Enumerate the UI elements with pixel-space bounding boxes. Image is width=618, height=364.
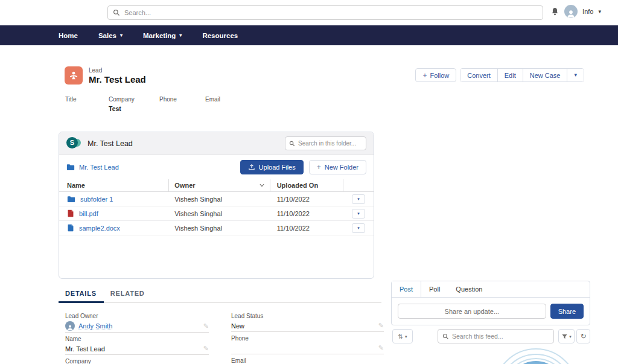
nav-item-sales[interactable]: Sales ▾ (98, 32, 123, 39)
filter-icon (561, 333, 568, 340)
edit-icon[interactable]: ✎ (203, 345, 209, 353)
row-actions-button[interactable]: ▾ (352, 223, 365, 233)
file-link[interactable]: bill.pdf (79, 210, 98, 217)
search-icon (113, 9, 120, 16)
details-tabs: DETAILS RELATED (59, 285, 381, 303)
caret-down-icon: ▾ (357, 197, 360, 202)
folder-icon (66, 164, 75, 171)
edit-icon[interactable]: ✎ (203, 322, 209, 330)
owner-cell: Vishesh Singhal (174, 210, 222, 217)
lead-owner-link[interactable]: Andy Smith (78, 322, 112, 330)
sharepoint-icon: S (66, 136, 81, 151)
upload-files-button[interactable]: Upload Files (240, 160, 304, 174)
chevron-down-icon: ▾ (120, 33, 123, 38)
top-bar: Info ▾ (0, 0, 618, 25)
global-search[interactable] (107, 5, 543, 20)
field-lead-status: Lead Status New ✎ (231, 313, 384, 332)
row-actions-button[interactable]: ▾ (352, 209, 365, 219)
action-button-group: Convert Edit New Case ▾ (460, 68, 584, 82)
feed-sort-button[interactable]: ⇅ ▾ (392, 329, 413, 343)
table-row[interactable]: bill.pdf Vishesh Singhal 11/10/2022 ▾ (59, 206, 374, 221)
file-card-title: Mr. Test Lead (88, 139, 133, 148)
file-browser-card: S Mr. Test Lead Mr. Test Lead (59, 132, 374, 279)
search-icon (289, 141, 295, 147)
tab-related[interactable]: RELATED (104, 285, 152, 302)
caret-down-icon: ▾ (357, 226, 360, 231)
new-case-button[interactable]: New Case (523, 69, 568, 81)
folder-search[interactable] (285, 136, 366, 150)
details-section: DETAILS RELATED Lead Owner Andy Smith ✎ (59, 285, 381, 364)
summary-field-email: Email (205, 96, 220, 112)
more-actions-button[interactable]: ▾ (567, 69, 584, 81)
row-actions-button[interactable]: ▾ (352, 194, 365, 204)
chevron-down-icon: ▾ (179, 33, 182, 38)
uploaded-on-cell: 11/10/2022 (270, 225, 344, 232)
share-button[interactable]: Share (550, 304, 584, 319)
field-email: Email (231, 357, 384, 364)
convert-button[interactable]: Convert (460, 69, 498, 81)
tab-poll[interactable]: Poll (421, 281, 448, 297)
edit-button[interactable]: Edit (498, 69, 523, 81)
feed-search[interactable] (438, 329, 554, 343)
tab-details[interactable]: DETAILS (59, 285, 104, 303)
search-icon (442, 333, 449, 340)
folder-search-input[interactable] (298, 140, 362, 147)
tab-post[interactable]: Post (392, 281, 421, 297)
lead-record-header: Lead Mr. Test Lead (65, 66, 146, 85)
feed-empty-state-illustration (490, 345, 584, 364)
column-header-uploaded-on[interactable]: Uploaded On (270, 179, 344, 191)
person-icon (566, 9, 576, 18)
feed-search-input[interactable] (452, 333, 549, 340)
field-name: Name Mr. Test Lead ✎ (65, 336, 209, 355)
entity-label: Lead (89, 67, 146, 74)
feed-filter-button[interactable]: ▾ (558, 329, 575, 343)
plus-icon: + (422, 71, 427, 80)
field-lead-owner: Lead Owner Andy Smith ✎ (65, 313, 209, 333)
caret-down-icon: ▾ (574, 72, 577, 78)
user-menu-caret-icon[interactable]: ▾ (598, 9, 601, 14)
column-header-name[interactable]: Name (59, 179, 169, 191)
lead-icon (65, 66, 83, 85)
file-card-toolbar: Mr. Test Lead Upload Files + New Folder (59, 155, 374, 179)
summary-field-company: Company Test (109, 96, 159, 112)
chevron-down-icon[interactable] (259, 183, 265, 188)
feed-publisher: Post Poll Question Share (391, 281, 590, 325)
edit-icon[interactable]: ✎ (378, 344, 384, 352)
summary-field-phone: Phone (159, 96, 205, 112)
nav-item-home[interactable]: Home (59, 32, 78, 39)
field-company: Company (65, 358, 209, 364)
docx-file-icon (67, 224, 74, 232)
person-icon (66, 324, 74, 331)
edit-icon[interactable]: ✎ (378, 322, 384, 330)
file-link[interactable]: sample2.docx (79, 225, 120, 232)
upload-icon (248, 164, 255, 171)
main-navigation: Home Sales ▾ Marketing ▾ Resources (0, 25, 618, 45)
share-update-input[interactable] (398, 304, 546, 319)
record-actions: + Follow Convert Edit New Case ▾ (415, 68, 584, 82)
user-menu-label[interactable]: Info (582, 8, 593, 15)
new-folder-button[interactable]: + New Folder (309, 160, 366, 174)
summary-field-title: Title (65, 96, 109, 112)
breadcrumb[interactable]: Mr. Test Lead (66, 164, 119, 171)
file-link[interactable]: subfolder 1 (80, 196, 113, 203)
bell-icon[interactable] (550, 7, 559, 16)
plus-icon: + (317, 163, 321, 171)
column-header-owner[interactable]: Owner (169, 179, 270, 191)
tab-question[interactable]: Question (448, 281, 490, 297)
nav-item-marketing[interactable]: Marketing ▾ (143, 32, 182, 39)
uploaded-on-cell: 11/10/2022 (270, 210, 344, 217)
highlights-panel: Title Company Test Phone Email (65, 96, 220, 112)
caret-down-icon: ▾ (405, 334, 407, 339)
feed-controls: ⇅ ▾ ▾ ↻ (391, 329, 590, 343)
table-row[interactable]: sample2.docx Vishesh Singhal 11/10/2022 … (59, 221, 374, 235)
owner-cell: Vishesh Singhal (174, 196, 222, 203)
sort-icon: ⇅ (398, 333, 403, 340)
owner-avatar (65, 321, 75, 331)
feed-refresh-button[interactable]: ↻ (576, 329, 590, 343)
table-row[interactable]: subfolder 1 Vishesh Singhal 11/10/2022 ▾ (59, 192, 374, 206)
owner-cell: Vishesh Singhal (174, 225, 222, 232)
user-avatar[interactable] (564, 5, 578, 18)
follow-button[interactable]: + Follow (415, 68, 456, 82)
global-search-input[interactable] (124, 9, 538, 16)
nav-item-resources[interactable]: Resources (202, 32, 238, 39)
